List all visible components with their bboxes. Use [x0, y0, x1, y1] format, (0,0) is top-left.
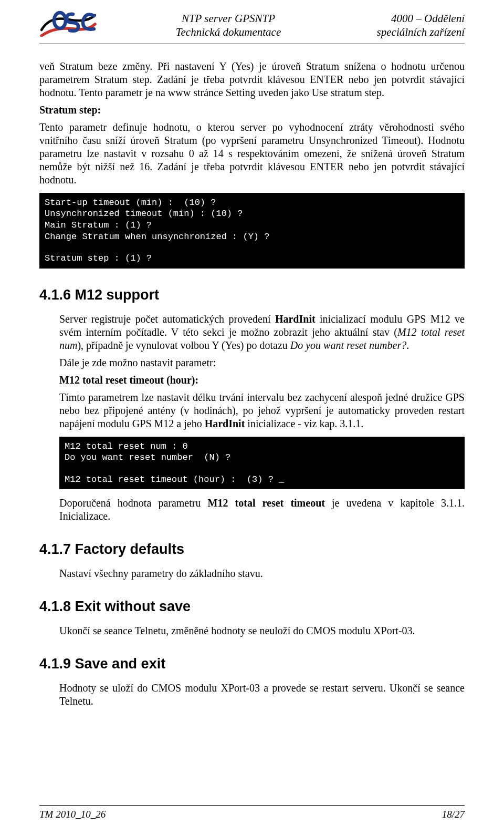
osc-logo-icon: [39, 11, 97, 37]
label-stratum-step: Stratum step:: [39, 104, 465, 117]
term2-line1: M12 total reset num : 0: [65, 441, 188, 451]
heading-4-1-8: 4.1.8 Exit without save: [39, 598, 465, 616]
page-content: veň Stratum beze změny. Při nastavení Y …: [39, 60, 465, 794]
term1-line3: Main Stratum : (1) ?: [45, 220, 152, 230]
heading-4-1-6: 4.1.6 M12 support: [39, 286, 465, 304]
terminal-output-2: M12 total reset num : 0 Do you want rese…: [59, 437, 465, 490]
header-right-line1: 4000 – Oddělení: [391, 12, 465, 25]
header-right-line2: speciálních zařízení: [377, 26, 465, 38]
s417-paragraph-1: Nastaví všechny parametry do základního …: [59, 567, 465, 580]
page-footer: TM 2010_10_26 18/27: [39, 805, 465, 820]
paragraph-intro: veň Stratum beze změny. Při nastavení Y …: [39, 60, 465, 99]
term2-blank: [65, 463, 459, 474]
header-title-line1: NTP server GPSNTP: [182, 12, 275, 25]
heading-4-1-9: 4.1.9 Save and exit: [39, 655, 465, 673]
footer-doc-id: TM 2010_10_26: [39, 809, 106, 820]
s416-paragraph-3: Tímto parametrem lze nastavit délku trvá…: [59, 391, 465, 430]
header-center-title: NTP server GPSNTP Technická dokumentace: [97, 11, 360, 39]
term1-line5: Stratum step : (1) ?: [45, 253, 152, 263]
s416-paragraph-1: Server registruje počet automatických pr…: [59, 313, 465, 352]
section-4-1-9-body: Hodnoty se uloží do CMOS modulu XPort-03…: [59, 682, 465, 708]
s419-paragraph-1: Hodnoty se uloží do CMOS modulu XPort-03…: [59, 682, 465, 708]
term1-line2: Unsynchronized timeout (min) : (10) ?: [45, 209, 243, 219]
s418-paragraph-1: Ukončí se seance Telnetu, změněné hodnot…: [59, 624, 465, 637]
footer-page-number: 18/27: [442, 809, 465, 820]
term1-line4: Change Stratum when unsynchronized : (Y)…: [45, 232, 269, 242]
heading-4-1-7: 4.1.7 Factory defaults: [39, 541, 465, 559]
term2-line2: Do you want reset number (N) ?: [65, 452, 230, 462]
section-4-1-8-body: Ukončí se seance Telnetu, změněné hodnot…: [59, 624, 465, 637]
svg-point-0: [54, 13, 66, 28]
paragraph-stratum-step: Tento parametr definuje hodnotu, o ktero…: [39, 121, 465, 187]
label-m12-total-reset-timeout: M12 total reset timeout (hour):: [59, 374, 465, 387]
terminal-output-1: Start-up timeout (min) : (10) ? Unsynchr…: [39, 193, 465, 269]
page: NTP server GPSNTP Technická dokumentace …: [0, 0, 504, 835]
logo-osc: [39, 11, 97, 37]
s416-paragraph-4: Doporučená hodnota parametru M12 total r…: [59, 497, 465, 523]
term1-line1: Start-up timeout (min) : (10) ?: [45, 198, 216, 208]
section-4-1-7-body: Nastaví všechny parametry do základního …: [59, 567, 465, 580]
term2-line3: M12 total reset timeout (hour) : (3) ? _: [65, 475, 284, 484]
header-right-title: 4000 – Oddělení speciálních zařízení: [360, 11, 465, 39]
page-header: NTP server GPSNTP Technická dokumentace …: [39, 11, 465, 44]
header-title-line2: Technická dokumentace: [176, 26, 281, 38]
s416-paragraph-2: Dále je zde možno nastavit parametr:: [59, 356, 465, 369]
section-4-1-6-body: Server registruje počet automatických pr…: [59, 313, 465, 523]
term1-blank: [45, 243, 459, 253]
